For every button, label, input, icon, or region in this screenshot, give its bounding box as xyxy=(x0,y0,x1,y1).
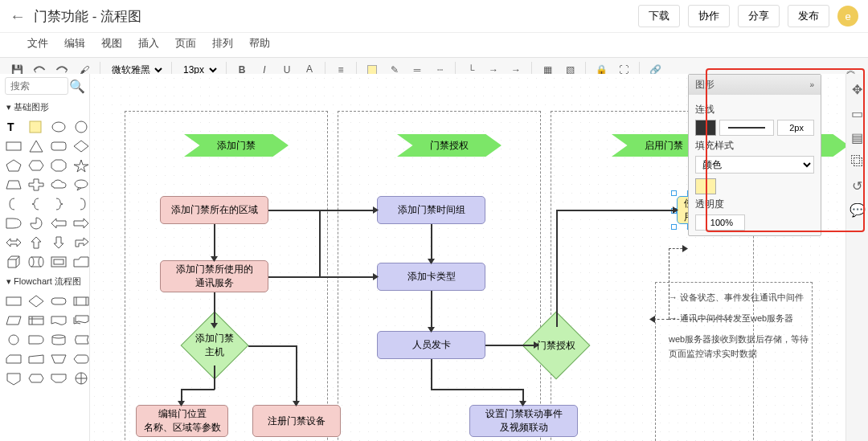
menu-page[interactable]: 页面 xyxy=(175,36,196,51)
share-button[interactable]: 分享 xyxy=(738,5,780,27)
collab-button[interactable]: 协作 xyxy=(688,5,730,27)
lane-header-2[interactable]: 门禁授权 xyxy=(397,134,502,157)
node-add-comm[interactable]: 添加门禁所使用的 通讯服务 xyxy=(160,260,268,292)
annotation-box[interactable] xyxy=(655,282,813,441)
shape-arrow-d[interactable] xyxy=(48,234,69,251)
menu-help[interactable]: 帮助 xyxy=(249,36,270,51)
fc-data[interactable] xyxy=(3,312,24,329)
shape-roundrect[interactable] xyxy=(48,137,69,155)
fc-loop[interactable] xyxy=(48,370,69,387)
edit-icon[interactable]: ▭ xyxy=(849,104,866,122)
svg-rect-11 xyxy=(6,297,21,305)
shape-frame[interactable] xyxy=(48,253,69,271)
fc-preparation[interactable] xyxy=(26,370,47,387)
fc-decision[interactable] xyxy=(26,292,47,310)
flowchart-shape-grid xyxy=(0,291,89,389)
fc-multidoc[interactable] xyxy=(71,312,90,329)
fc-offpage[interactable] xyxy=(3,370,24,387)
fc-stored[interactable] xyxy=(71,331,90,349)
shape-plus[interactable] xyxy=(26,176,47,194)
shape-ellipse[interactable] xyxy=(48,118,69,136)
shape-arrow-lr[interactable] xyxy=(3,234,24,251)
shape-text[interactable]: T xyxy=(3,118,24,136)
shape-sticky[interactable] xyxy=(26,118,47,136)
copy-icon[interactable]: ⿻ xyxy=(849,153,866,170)
menu-insert[interactable]: 插入 xyxy=(138,36,159,51)
shape-diamond[interactable] xyxy=(71,137,90,155)
shape-callout[interactable] xyxy=(71,176,90,194)
menu-file[interactable]: 文件 xyxy=(27,36,48,51)
shape-arrow-turn[interactable] xyxy=(71,234,90,251)
panel-title-bar[interactable]: 图形 » xyxy=(689,75,821,95)
node-add-area[interactable]: 添加门禁所在的区域 xyxy=(160,196,268,224)
shape-pie[interactable] xyxy=(26,214,47,232)
shape-circle[interactable] xyxy=(71,118,90,136)
menu-view[interactable]: 视图 xyxy=(101,36,122,51)
fc-manual[interactable] xyxy=(26,350,47,368)
shape-andgate[interactable] xyxy=(3,214,24,232)
shape-hexagon[interactable] xyxy=(26,157,47,174)
comment-icon[interactable]: 💬 xyxy=(849,201,866,218)
shape-trapezoid[interactable] xyxy=(3,176,24,194)
shape-tab[interactable] xyxy=(71,253,90,271)
shape-octagon[interactable] xyxy=(48,157,69,174)
fc-document[interactable] xyxy=(48,312,69,329)
search-icon[interactable]: 🔍 xyxy=(70,79,84,93)
fc-process[interactable] xyxy=(3,292,24,310)
node-auth[interactable]: 门禁授权 xyxy=(532,321,580,370)
shape-arrow-l[interactable] xyxy=(48,214,69,232)
back-arrow[interactable]: ← xyxy=(10,7,26,26)
shape-star[interactable] xyxy=(71,157,90,174)
fc-or[interactable] xyxy=(71,370,90,387)
node-edit-door[interactable]: 编辑门位置 名称、区域等参数 xyxy=(136,405,228,437)
line-width-input[interactable] xyxy=(777,120,814,136)
line-color-swatch[interactable] xyxy=(695,120,716,136)
node-timegroup[interactable]: 添加门禁时间组 xyxy=(377,196,485,224)
node-register-device[interactable]: 注册门禁设备 xyxy=(252,405,341,437)
shape-arrow-r[interactable] xyxy=(71,214,90,232)
history-icon[interactable]: ↺ xyxy=(849,177,866,194)
shape-cylinder-h[interactable] xyxy=(26,253,47,271)
page-icon[interactable]: ▤ xyxy=(849,129,866,146)
shape-triangle[interactable] xyxy=(26,137,47,155)
fc-predefined[interactable] xyxy=(71,292,90,310)
shape-brace-l[interactable] xyxy=(26,195,47,213)
search-input[interactable] xyxy=(5,77,68,95)
node-cardtype[interactable]: 添加卡类型 xyxy=(377,263,485,291)
opacity-input[interactable] xyxy=(695,214,745,231)
shape-bracket-r[interactable] xyxy=(71,195,90,213)
menu-edit[interactable]: 编辑 xyxy=(64,36,85,51)
avatar[interactable]: e xyxy=(837,6,858,27)
fc-delay[interactable] xyxy=(26,331,47,349)
line-style-preview[interactable] xyxy=(719,120,774,136)
shape-cube[interactable] xyxy=(3,253,24,271)
fc-manualop[interactable] xyxy=(48,350,69,368)
canvas[interactable]: 添加门禁 门禁授权 启用门禁 添加门禁所在的区域 添加门禁所使用的 通讯服务 添… xyxy=(90,74,845,441)
panel-collapse-icon[interactable]: » xyxy=(809,80,814,89)
properties-panel[interactable]: 图形 » 连线 填充样式 颜色 透明度 xyxy=(688,74,821,236)
shape-arrow-u[interactable] xyxy=(26,234,47,251)
node-issue-card[interactable]: 人员发卡 xyxy=(377,331,485,359)
download-button[interactable]: 下载 xyxy=(638,5,680,27)
publish-button[interactable]: 发布 xyxy=(788,5,829,27)
fc-internal[interactable] xyxy=(26,312,47,329)
move-icon[interactable]: ✥ xyxy=(849,80,866,98)
shape-rect[interactable] xyxy=(3,137,24,155)
fc-terminator[interactable] xyxy=(48,292,69,310)
lane-header-1[interactable]: 添加门禁 xyxy=(184,134,289,157)
fill-mode-select[interactable]: 颜色 xyxy=(695,156,814,174)
section-basic-shapes[interactable]: ▾ 基础图形 xyxy=(0,98,89,116)
section-flowchart[interactable]: ▾ Flowchart 流程图 xyxy=(0,272,89,291)
fc-database[interactable] xyxy=(48,331,69,349)
menu-arrange[interactable]: 排列 xyxy=(212,36,233,51)
node-linkage[interactable]: 设置门禁联动事件 及视频联动 xyxy=(469,405,578,437)
fc-display[interactable] xyxy=(71,350,90,368)
shape-cloud[interactable] xyxy=(48,176,69,194)
fill-color-swatch[interactable] xyxy=(695,178,716,194)
node-add-host[interactable]: 添加门禁主机 xyxy=(190,321,239,370)
shape-pentagon[interactable] xyxy=(3,157,24,174)
fc-card[interactable] xyxy=(3,350,24,368)
shape-bracket-l[interactable] xyxy=(3,195,24,213)
shape-brace-r[interactable] xyxy=(48,195,69,213)
fc-connector[interactable] xyxy=(3,331,24,349)
